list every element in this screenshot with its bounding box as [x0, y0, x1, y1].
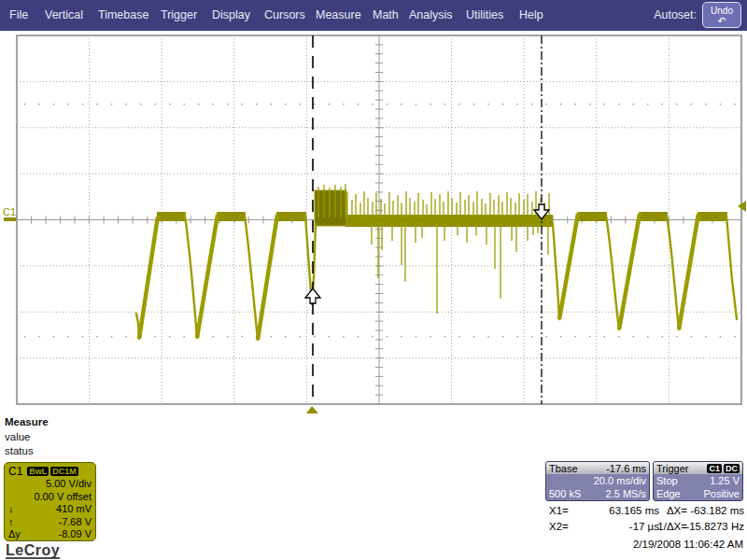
- timebase-title: Tbase: [549, 463, 578, 474]
- channel1-badge-dc1m: DC1M: [50, 467, 78, 476]
- measure-row-title: Measure: [5, 416, 49, 427]
- channel1-row-2: ↓410 mV: [8, 503, 92, 516]
- trigger-position-marker[interactable]: [306, 406, 318, 413]
- channel1-value-0: 5.00 V/div: [46, 478, 92, 491]
- menu-vertical[interactable]: Vertical: [45, 0, 83, 31]
- channel1-value-3: -7.68 V: [59, 516, 92, 529]
- scope-grid-svg: C1: [0, 31, 747, 413]
- inv-dx-label: 1/ΔX=: [644, 521, 687, 532]
- menu-measure[interactable]: Measure: [316, 0, 361, 31]
- glyph-2: ↓: [8, 503, 14, 516]
- trigger-slope: Positive: [703, 487, 740, 500]
- channel1-value-1: 0.00 V offset: [34, 491, 92, 504]
- x2-label: X2=: [549, 521, 569, 532]
- trigger-badge-c1: C1: [707, 464, 722, 473]
- trigger-type: Edge: [656, 487, 681, 500]
- menu-trigger[interactable]: Trigger: [161, 0, 197, 31]
- menu-timebase[interactable]: Timebase: [98, 0, 148, 31]
- menu-analysis[interactable]: Analysis: [409, 0, 453, 31]
- timebase-scale: 20.0 ms/div: [594, 474, 646, 487]
- dx-value: -63.182 ms: [684, 505, 744, 516]
- channel1-value-4: -8.09 V: [59, 528, 92, 541]
- trigger-title: Trigger: [656, 463, 688, 474]
- timebase-descriptor-box[interactable]: Tbase -17.6 ms 20.0 ms/div 500 kS 2.5 MS…: [545, 461, 650, 501]
- value-row-title: value: [5, 431, 31, 442]
- menu-bar: FileVerticalTimebaseTriggerDisplayCursor…: [0, 0, 747, 31]
- menu-file[interactable]: File: [9, 0, 28, 31]
- datetime: 2/19/2008 11:06:42 AM: [633, 539, 743, 550]
- channel1-name: C1: [8, 465, 22, 478]
- timebase-delay: -17.6 ms: [606, 463, 646, 474]
- x1-label: X1=: [549, 505, 569, 516]
- channel1-value-2: 410 mV: [56, 503, 92, 516]
- menu-math[interactable]: Math: [373, 0, 399, 31]
- undo-button-label: Undo: [711, 6, 733, 16]
- trigger-badge-dc: DC: [724, 464, 740, 473]
- glyph-4: Δy: [8, 528, 21, 541]
- channel1-row-4: Δy-8.09 V: [8, 528, 92, 541]
- channel1-offset-marker[interactable]: [4, 217, 16, 221]
- undo-arrow-icon: ↶: [703, 16, 740, 26]
- channel1-descriptor-box[interactable]: C1 BwLDC1M 5.00 V/div0.00 V offset↓410 m…: [4, 462, 96, 541]
- channel1-badge-bwl: BwL: [27, 467, 49, 476]
- autoset-label: Autoset:: [654, 0, 697, 31]
- lecroy-logo: LeCroy: [6, 543, 60, 559]
- undo-autoset-button[interactable]: Undo ↶: [702, 2, 741, 28]
- trigger-descriptor-box[interactable]: Trigger C1DC Stop 1.25 V Edge Positive: [653, 461, 743, 501]
- menu-utilities[interactable]: Utilities: [466, 0, 503, 31]
- menu-display[interactable]: Display: [212, 0, 250, 31]
- status-row-title: status: [5, 445, 34, 456]
- channel1-row-1: 0.00 V offset: [8, 491, 92, 504]
- timebase-rate: 2.5 MS/s: [606, 487, 646, 500]
- channel1-row-3: ↑-7.68 V: [8, 516, 92, 529]
- menu-help[interactable]: Help: [519, 0, 543, 31]
- timebase-samples: 500 kS: [549, 487, 581, 500]
- channel1-row-0: 5.00 V/div: [8, 478, 92, 491]
- inv-dx-value: -15.8273 Hz: [684, 521, 744, 532]
- trigger-mode: Stop: [656, 474, 678, 487]
- scope-display: C1: [0, 31, 747, 413]
- trigger-level: 1.25 V: [710, 474, 740, 487]
- glyph-3: ↑: [8, 516, 14, 529]
- channel1-axis-label: C1: [3, 206, 16, 217]
- menu-cursors[interactable]: Cursors: [264, 0, 305, 31]
- dx-label: ΔX=: [644, 505, 687, 516]
